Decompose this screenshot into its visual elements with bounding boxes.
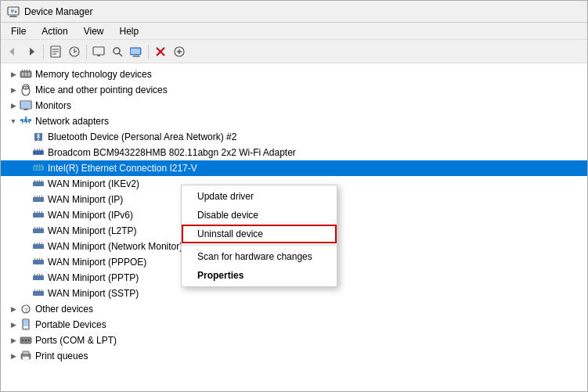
tree-item-ports[interactable]: ▶ Ports (COM & LPT) xyxy=(1,333,587,348)
svg-marker-6 xyxy=(9,48,14,56)
back-button[interactable] xyxy=(4,43,21,60)
memory-icon xyxy=(20,68,32,81)
svg-rect-94 xyxy=(41,243,42,244)
add-button[interactable] xyxy=(171,43,188,60)
expand-monitors[interactable]: ▶ xyxy=(7,99,20,112)
tree-item-mice[interactable]: ▶ Mice and other pointing devices xyxy=(1,82,587,98)
context-uninstall-device[interactable]: Uninstall device xyxy=(182,225,337,243)
update-driver-button[interactable] xyxy=(66,43,83,60)
monitor-icon xyxy=(92,45,105,58)
expand-ports[interactable]: ▶ xyxy=(7,334,20,347)
svg-rect-13 xyxy=(93,47,104,55)
tree-item-broadcom[interactable]: ▶ Broadcom BCM943228HMB 802.11abgn 2x2 W… xyxy=(1,145,587,160)
context-scan-hardware[interactable]: Scan for hardware changes xyxy=(182,247,337,266)
svg-rect-83 xyxy=(39,211,40,213)
svg-rect-105 xyxy=(33,291,44,296)
context-update-driver[interactable]: Update driver xyxy=(182,187,337,206)
svg-rect-21 xyxy=(132,56,140,57)
svg-point-114 xyxy=(25,328,27,329)
context-separator xyxy=(182,245,337,246)
forward-button[interactable] xyxy=(23,43,40,60)
context-disable-device[interactable]: Disable device xyxy=(182,206,337,225)
svg-rect-97 xyxy=(37,258,38,260)
svg-rect-81 xyxy=(34,211,35,213)
portable-icon xyxy=(20,318,32,331)
svg-rect-84 xyxy=(41,211,42,213)
wan-ipv6-label: WAN Miniport (IPv6) xyxy=(48,210,133,221)
svg-rect-98 xyxy=(39,258,40,260)
tree-item-portable[interactable]: ▶ Portable Devices xyxy=(1,317,587,333)
bluetooth-label: Bluetooth Device (Personal Area Network)… xyxy=(48,131,236,142)
menu-view[interactable]: View xyxy=(77,23,111,39)
svg-rect-48 xyxy=(26,121,27,124)
expand-other[interactable]: ▶ xyxy=(7,303,20,315)
svg-rect-89 xyxy=(41,227,42,228)
other-label: Other devices xyxy=(35,304,93,315)
tree-item-monitors[interactable]: ▶ Monitors xyxy=(1,98,587,113)
forward-icon xyxy=(25,45,38,58)
monitors-icon xyxy=(20,99,32,112)
wan-sstp-icon xyxy=(32,287,45,300)
svg-rect-69 xyxy=(41,164,42,166)
context-menu: Update driver Disable device Uninstall d… xyxy=(181,185,337,287)
svg-rect-47 xyxy=(22,121,23,124)
tree-item-bluetooth[interactable]: ▶ Bluetooth Device (Personal Area Networ… xyxy=(1,129,587,145)
tree-item-network[interactable]: ▼ Network adapters xyxy=(1,113,587,129)
tree-item-wan-sstp[interactable]: ▶ WAN Miniport (SSTP) xyxy=(1,286,587,301)
remove-button[interactable] xyxy=(152,43,169,60)
bluetooth-icon xyxy=(32,131,45,143)
menu-file[interactable]: File xyxy=(4,23,33,39)
tree-item-print[interactable]: ▶ Print queues xyxy=(1,348,587,364)
menu-action[interactable]: Action xyxy=(34,23,74,39)
svg-rect-101 xyxy=(34,274,35,275)
ports-icon xyxy=(20,334,32,347)
svg-rect-65 xyxy=(40,167,42,170)
expand-memory[interactable]: ▶ xyxy=(7,68,20,81)
svg-rect-66 xyxy=(34,164,35,166)
other-icon: ? xyxy=(20,303,32,315)
scan-button[interactable] xyxy=(109,43,126,60)
svg-rect-104 xyxy=(41,274,42,275)
expand-portable[interactable]: ▶ xyxy=(7,318,20,331)
expand-network[interactable]: ▼ xyxy=(7,115,20,128)
remove-icon xyxy=(154,45,167,58)
tree-item-intel[interactable]: ▶ Intel(R) Ethernet Connection I217-V xyxy=(1,160,587,176)
expand-mice[interactable]: ▶ xyxy=(7,84,20,96)
svg-rect-31 xyxy=(22,70,23,71)
wan-l2tp-icon xyxy=(32,225,45,237)
svg-rect-32 xyxy=(24,70,25,71)
svg-rect-42 xyxy=(20,119,23,121)
context-properties[interactable]: Properties xyxy=(182,266,337,285)
tree-item-other[interactable]: ▶ ? Other devices xyxy=(1,301,587,317)
svg-rect-87 xyxy=(37,227,38,228)
broadcom-icon xyxy=(32,146,45,159)
intel-label: Intel(R) Ethernet Connection I217-V xyxy=(48,163,197,174)
svg-rect-75 xyxy=(33,197,44,202)
svg-rect-106 xyxy=(34,290,35,291)
svg-rect-19 xyxy=(131,49,140,54)
menu-help[interactable]: Help xyxy=(113,23,146,39)
svg-rect-64 xyxy=(37,167,39,170)
svg-point-118 xyxy=(28,340,30,341)
properties-icon xyxy=(49,45,62,58)
svg-rect-30 xyxy=(28,73,30,76)
wan-l2tp-label: WAN Miniport (L2TP) xyxy=(48,225,137,236)
add-icon xyxy=(173,45,186,58)
window-title: Device Manager xyxy=(24,6,92,17)
svg-rect-67 xyxy=(37,164,38,166)
computer-button[interactable] xyxy=(128,43,145,60)
svg-point-116 xyxy=(22,340,23,341)
svg-rect-120 xyxy=(23,351,29,354)
monitor-button[interactable] xyxy=(90,43,107,60)
tree-item-memory[interactable]: ▶ Memory technology devices xyxy=(1,67,587,82)
expand-print[interactable]: ▶ xyxy=(7,350,20,362)
svg-rect-85 xyxy=(33,228,44,233)
svg-rect-109 xyxy=(41,290,42,291)
svg-rect-113 xyxy=(23,320,28,326)
svg-rect-92 xyxy=(37,243,38,244)
svg-rect-58 xyxy=(34,149,35,150)
wan-ip-icon xyxy=(32,193,45,206)
wan-netmon-icon xyxy=(32,240,45,253)
properties-button[interactable] xyxy=(47,43,64,60)
svg-rect-108 xyxy=(39,290,40,291)
